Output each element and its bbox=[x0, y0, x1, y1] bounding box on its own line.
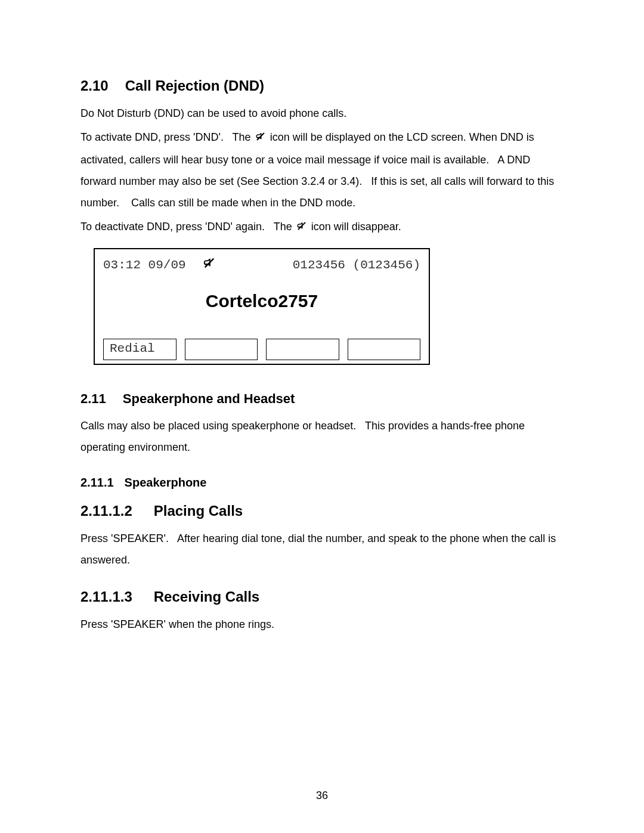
text-fragment: icon will disappear. bbox=[311, 221, 401, 233]
paragraph: To activate DND, press 'DND'. The icon w… bbox=[80, 126, 564, 213]
heading-text: Call Rejection (DND) bbox=[125, 78, 264, 94]
heading-2.11.1.3: 2.11.1.3Receiving Calls bbox=[80, 589, 564, 605]
heading-number: 2.11.1.3 bbox=[80, 589, 132, 605]
lcd-top-left: 03:12 09/09 bbox=[103, 256, 216, 273]
lcd-softkey-row: Redial bbox=[103, 339, 420, 360]
heading-text: Placing Calls bbox=[154, 503, 243, 519]
lcd-softkey bbox=[185, 339, 258, 360]
heading-number: 2.11.1 bbox=[80, 476, 114, 490]
text-fragment: To deactivate DND, press 'DND' again. Th… bbox=[80, 221, 295, 233]
paragraph: Press 'SPEAKER' when the phone rings. bbox=[80, 614, 564, 635]
heading-number: 2.10 bbox=[80, 78, 109, 94]
paragraph: To deactivate DND, press 'DND' again. Th… bbox=[80, 216, 564, 239]
dnd-icon bbox=[255, 128, 266, 149]
heading-2.11.1: 2.11.1Speakerphone bbox=[80, 476, 564, 490]
heading-number: 2.11 bbox=[80, 391, 106, 407]
heading-2.11: 2.11Speakerphone and Headset bbox=[80, 391, 564, 407]
heading-2.10: 2.10Call Rejection (DND) bbox=[80, 78, 564, 94]
lcd-softkey: Redial bbox=[103, 339, 177, 360]
dnd-icon bbox=[296, 217, 307, 239]
lcd-number: 0123456 (0123456) bbox=[293, 258, 420, 272]
heading-number: 2.11.1.2 bbox=[80, 503, 132, 519]
lcd-softkey bbox=[348, 339, 421, 360]
paragraph: Calls may also be placed using speakerph… bbox=[80, 415, 564, 458]
lcd-screen-figure: 03:12 09/09 0123456 (0123456) Cortelco27… bbox=[94, 248, 430, 365]
lcd-softkey bbox=[266, 339, 339, 360]
document-page: 2.10Call Rejection (DND) Do Not Disturb … bbox=[0, 0, 644, 833]
heading-text: Speakerphone and Headset bbox=[123, 391, 295, 406]
heading-2.11.1.2: 2.11.1.2Placing Calls bbox=[80, 503, 564, 519]
heading-text: Receiving Calls bbox=[154, 589, 259, 605]
page-number: 36 bbox=[0, 789, 644, 802]
paragraph: Do Not Disturb (DND) can be used to avoi… bbox=[80, 103, 564, 124]
heading-text: Speakerphone bbox=[125, 476, 207, 489]
lcd-title: Cortelco2757 bbox=[95, 291, 429, 311]
dnd-icon bbox=[203, 256, 216, 273]
paragraph: Press 'SPEAKER'. After hearing dial tone… bbox=[80, 528, 564, 571]
text-fragment: To activate DND, press 'DND'. The bbox=[80, 131, 254, 143]
lcd-time-date: 03:12 09/09 bbox=[103, 258, 186, 272]
lcd-top-row: 03:12 09/09 0123456 (0123456) bbox=[95, 249, 429, 273]
